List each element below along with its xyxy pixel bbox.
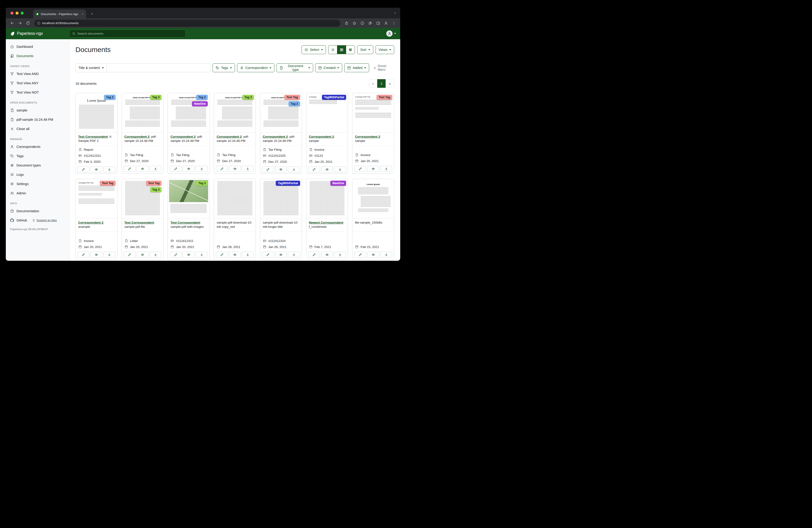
sort-button[interactable]: Sort [357,45,373,54]
download-button[interactable] [380,252,392,257]
document-thumbnail[interactable]: Tag 3 [168,179,209,218]
tag-badge[interactable]: Tag 2 [289,101,300,106]
edit-button[interactable] [170,252,182,257]
views-button[interactable]: Views [376,45,394,54]
edit-button[interactable] [77,167,89,172]
tags-filter-button[interactable]: Tags [213,63,235,72]
app-brand[interactable]: Paperless-ngx [10,31,69,36]
browser-menu-icon[interactable] [390,20,397,27]
tab-close-icon[interactable] [82,13,84,15]
document-thumbnail[interactable]: Test Tag A Simple PDF File [352,93,394,132]
address-bar[interactable]: localhost:4200/documents [34,20,340,27]
view-button[interactable] [275,167,287,172]
sidebar-item-test-view-not[interactable]: Test View NOT [6,88,69,97]
document-thumbnail[interactable] [214,179,256,218]
title-content-input[interactable] [107,63,211,72]
edit-button[interactable] [262,167,274,172]
view-button[interactable] [275,252,287,257]
zoom-window-button[interactable] [21,12,24,15]
list-view-button[interactable] [328,45,337,54]
download-button[interactable] [150,166,162,172]
sidebar-item-documents[interactable]: Documents [6,51,69,61]
sidebar-close-all[interactable]: Close all [6,124,69,133]
sidebar-item-correspondents[interactable]: Correspondents [6,142,69,152]
sidebar-item-admin[interactable]: Admin [6,188,69,198]
tag-badge[interactable]: TagWithPartial [322,95,346,100]
download-button[interactable] [103,167,115,172]
suggest-an-idea-link[interactable]: Suggest an idea [32,219,57,222]
document-thumbnail[interactable]: Tag 2 NewOne Adobe Acrobat PDF Files [168,93,209,132]
sidebar-item-logs[interactable]: Logs [6,170,69,179]
edit-button[interactable] [354,252,366,257]
select-button[interactable]: Select [302,45,326,54]
edit-button[interactable] [308,167,320,172]
forward-icon[interactable] [16,20,24,27]
tag-badge[interactable]: Test Tag [284,95,300,100]
edit-button[interactable] [216,252,228,257]
next-page-button[interactable]: » [386,79,394,88]
detail-view-button[interactable] [346,45,355,54]
browser-tab[interactable]: Documents - Paperless-ngx [33,10,86,18]
view-button[interactable] [367,252,379,257]
previous-page-button[interactable]: « [369,79,377,88]
document-correspondent-link[interactable]: Test Correspondent [125,221,154,224]
document-thumbnail[interactable]: Test Tag Tag 2 Adobe Acrobat PDF Files [260,93,302,132]
view-button[interactable] [321,167,333,172]
document-correspondent-link[interactable]: Test Correspondent [78,135,108,138]
edit-button[interactable] [124,166,135,172]
created-filter-button[interactable]: Created [315,63,343,72]
view-button[interactable] [229,252,241,257]
browser-profile-icon[interactable] [382,20,390,27]
download-button[interactable] [334,167,346,172]
bookmark-star-icon[interactable] [351,20,358,27]
tag-badge[interactable]: Tag 3 [242,95,254,100]
extensions-puzzle-icon[interactable] [367,20,374,27]
tag-badge[interactable]: Tag 3 [196,181,208,186]
document-correspondent-link[interactable]: Newest Correspondent [309,221,343,224]
tab-search-chevron-icon[interactable] [393,8,396,18]
view-button[interactable] [229,166,241,172]
reset-filters-button[interactable]: Reset filters [373,64,394,72]
view-button[interactable] [183,252,194,257]
share-icon[interactable] [343,20,350,27]
download-button[interactable] [150,252,162,257]
tag-badge[interactable]: Test Tag [100,181,116,186]
download-button[interactable] [334,252,346,257]
edit-button[interactable] [124,252,135,257]
document-correspondent-link[interactable]: Correspondent 2 [125,135,149,138]
tag-badge[interactable]: Tag 2 [104,95,116,100]
download-button[interactable] [103,252,115,257]
back-icon[interactable] [9,20,16,27]
document-thumbnail[interactable]: Test Tag A Simple PDF File [76,179,117,218]
document-thumbnail[interactable]: Tag 2 Lorem Ipsum [76,93,117,132]
view-button[interactable] [321,252,333,257]
document-thumbnail[interactable]: Lorem ipsum [352,179,394,218]
download-button[interactable] [288,252,300,257]
view-button[interactable] [367,166,379,172]
document-thumbnail[interactable]: TagWithPartial [260,179,302,218]
tag-badge[interactable]: NewOne [192,101,208,106]
tag-badge[interactable]: Test Tag [377,95,392,100]
info-circle-icon[interactable] [359,20,366,27]
document-thumbnail[interactable]: TagWithPartial A Simple [306,93,348,132]
edit-button[interactable] [77,252,89,257]
minimize-window-button[interactable] [16,12,18,15]
tag-badge[interactable]: NewOne [330,181,346,186]
document-correspondent-link[interactable]: Correspondent 2 [355,135,380,138]
search-input[interactable] [77,32,183,35]
edit-button[interactable] [216,166,228,172]
tag-badge[interactable]: Tag 3 [150,95,162,100]
close-window-button[interactable] [11,12,13,15]
document-correspondent-link[interactable]: Correspondent 2 [78,221,103,224]
document-type-filter-button[interactable]: Document type [276,63,313,72]
correspondent-filter-button[interactable]: Correspondent [237,63,274,72]
page-1-button[interactable]: 1 [377,79,386,88]
document-correspondent-link[interactable]: Correspondent 2 [309,135,334,138]
user-menu[interactable] [386,30,396,37]
download-button[interactable] [196,252,207,257]
sidebar-item-settings[interactable]: Settings [6,179,69,188]
sidebar-open-document-pdf-sample[interactable]: pdf-sample 10.24.48 PM [6,115,69,124]
document-thumbnail[interactable]: Tag 3 Adobe Acrobat PDF Files [122,93,163,132]
added-filter-button[interactable]: Added [344,63,369,72]
sidebar-item-test-view-any[interactable]: Test View ANY [6,79,69,88]
